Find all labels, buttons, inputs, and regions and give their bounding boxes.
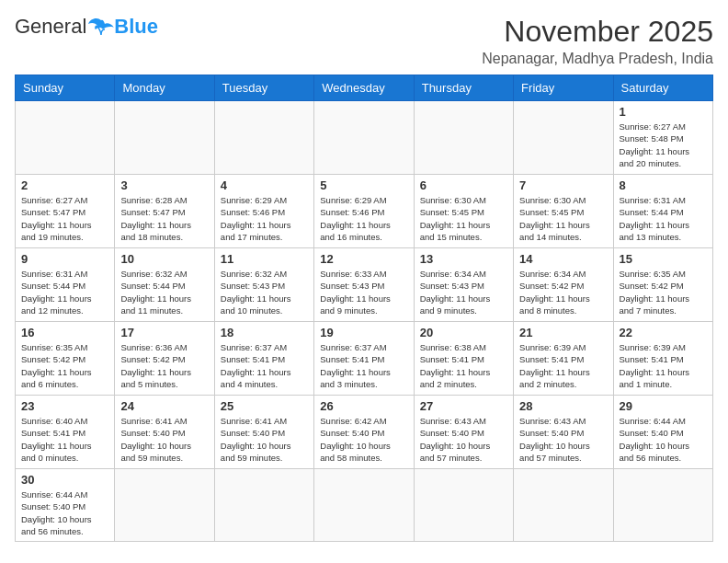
day-info: Sunrise: 6:31 AM Sunset: 5:44 PM Dayligh… bbox=[620, 194, 707, 243]
calendar-week-row: 16Sunrise: 6:35 AM Sunset: 5:42 PM Dayli… bbox=[16, 322, 713, 396]
calendar-cell bbox=[16, 101, 115, 175]
calendar-cell: 8Sunrise: 6:31 AM Sunset: 5:44 PM Daylig… bbox=[613, 175, 712, 248]
calendar-cell: 1Sunrise: 6:27 AM Sunset: 5:48 PM Daylig… bbox=[613, 101, 712, 175]
logo-blue-text: Blue bbox=[114, 15, 158, 39]
location-title: Nepanagar, Madhya Pradesh, India bbox=[482, 51, 713, 67]
day-info: Sunrise: 6:37 AM Sunset: 5:41 PM Dayligh… bbox=[221, 341, 308, 390]
calendar-cell: 7Sunrise: 6:30 AM Sunset: 5:45 PM Daylig… bbox=[514, 175, 613, 248]
calendar-cell: 2Sunrise: 6:27 AM Sunset: 5:47 PM Daylig… bbox=[16, 175, 115, 248]
calendar-cell: 6Sunrise: 6:30 AM Sunset: 5:45 PM Daylig… bbox=[414, 175, 513, 248]
day-info: Sunrise: 6:39 AM Sunset: 5:41 PM Dayligh… bbox=[620, 341, 707, 390]
calendar-cell bbox=[514, 469, 613, 542]
day-info: Sunrise: 6:38 AM Sunset: 5:41 PM Dayligh… bbox=[420, 341, 507, 390]
calendar-cell bbox=[514, 101, 613, 175]
day-info: Sunrise: 6:35 AM Sunset: 5:42 PM Dayligh… bbox=[21, 341, 108, 390]
day-info: Sunrise: 6:37 AM Sunset: 5:41 PM Dayligh… bbox=[320, 341, 407, 390]
day-number: 9 bbox=[21, 252, 108, 266]
day-number: 2 bbox=[21, 178, 108, 192]
calendar-cell: 27Sunrise: 6:43 AM Sunset: 5:40 PM Dayli… bbox=[414, 396, 513, 469]
logo-general-text: General bbox=[15, 15, 86, 39]
calendar-cell bbox=[314, 469, 414, 542]
day-info: Sunrise: 6:32 AM Sunset: 5:44 PM Dayligh… bbox=[120, 268, 208, 316]
day-number: 10 bbox=[120, 252, 208, 266]
day-number: 7 bbox=[519, 178, 607, 192]
calendar-cell bbox=[214, 101, 313, 175]
calendar-cell bbox=[613, 469, 712, 542]
day-info: Sunrise: 6:34 AM Sunset: 5:43 PM Dayligh… bbox=[420, 268, 507, 316]
logo-bird-icon bbox=[88, 17, 114, 37]
calendar-header-friday: Friday bbox=[514, 75, 613, 101]
day-info: Sunrise: 6:41 AM Sunset: 5:40 PM Dayligh… bbox=[221, 415, 308, 464]
calendar-header-thursday: Thursday bbox=[414, 75, 513, 101]
calendar-header-saturday: Saturday bbox=[613, 75, 712, 101]
day-number: 29 bbox=[620, 399, 707, 413]
day-info: Sunrise: 6:33 AM Sunset: 5:43 PM Dayligh… bbox=[320, 268, 407, 316]
calendar-week-row: 1Sunrise: 6:27 AM Sunset: 5:48 PM Daylig… bbox=[16, 101, 713, 175]
calendar-cell: 26Sunrise: 6:42 AM Sunset: 5:40 PM Dayli… bbox=[314, 396, 414, 469]
day-info: Sunrise: 6:35 AM Sunset: 5:42 PM Dayligh… bbox=[620, 268, 707, 316]
month-title: November 2025 bbox=[482, 15, 713, 49]
calendar-header-monday: Monday bbox=[115, 75, 214, 101]
calendar-cell: 22Sunrise: 6:39 AM Sunset: 5:41 PM Dayli… bbox=[613, 322, 712, 396]
calendar-cell bbox=[414, 101, 513, 175]
calendar-week-row: 9Sunrise: 6:31 AM Sunset: 5:44 PM Daylig… bbox=[16, 248, 713, 322]
calendar-week-row: 2Sunrise: 6:27 AM Sunset: 5:47 PM Daylig… bbox=[16, 175, 713, 248]
day-number: 17 bbox=[120, 326, 208, 339]
calendar-week-row: 30Sunrise: 6:44 AM Sunset: 5:40 PM Dayli… bbox=[16, 469, 713, 542]
calendar-cell: 17Sunrise: 6:36 AM Sunset: 5:42 PM Dayli… bbox=[115, 322, 214, 396]
day-number: 23 bbox=[21, 399, 108, 413]
calendar-cell: 30Sunrise: 6:44 AM Sunset: 5:40 PM Dayli… bbox=[16, 469, 115, 542]
calendar-cell: 3Sunrise: 6:28 AM Sunset: 5:47 PM Daylig… bbox=[115, 175, 214, 248]
day-info: Sunrise: 6:27 AM Sunset: 5:47 PM Dayligh… bbox=[21, 194, 108, 243]
calendar-cell: 19Sunrise: 6:37 AM Sunset: 5:41 PM Dayli… bbox=[314, 322, 414, 396]
day-info: Sunrise: 6:29 AM Sunset: 5:46 PM Dayligh… bbox=[221, 194, 308, 243]
calendar-cell bbox=[115, 101, 214, 175]
calendar-week-row: 23Sunrise: 6:40 AM Sunset: 5:41 PM Dayli… bbox=[16, 396, 713, 469]
calendar-cell: 16Sunrise: 6:35 AM Sunset: 5:42 PM Dayli… bbox=[16, 322, 115, 396]
calendar-cell bbox=[115, 469, 214, 542]
day-number: 12 bbox=[320, 252, 407, 266]
calendar-cell bbox=[414, 469, 513, 542]
logo: General Blue bbox=[15, 15, 158, 39]
day-info: Sunrise: 6:28 AM Sunset: 5:47 PM Dayligh… bbox=[120, 194, 208, 243]
calendar-cell: 21Sunrise: 6:39 AM Sunset: 5:41 PM Dayli… bbox=[514, 322, 613, 396]
day-number: 8 bbox=[620, 178, 707, 192]
day-number: 18 bbox=[221, 326, 308, 339]
day-info: Sunrise: 6:32 AM Sunset: 5:43 PM Dayligh… bbox=[221, 268, 308, 316]
title-section: November 2025 Nepanagar, Madhya Pradesh,… bbox=[482, 15, 713, 67]
calendar-cell bbox=[314, 101, 414, 175]
day-number: 15 bbox=[620, 252, 707, 266]
calendar-cell: 18Sunrise: 6:37 AM Sunset: 5:41 PM Dayli… bbox=[214, 322, 313, 396]
calendar-cell: 9Sunrise: 6:31 AM Sunset: 5:44 PM Daylig… bbox=[16, 248, 115, 322]
calendar-cell: 23Sunrise: 6:40 AM Sunset: 5:41 PM Dayli… bbox=[16, 396, 115, 469]
day-number: 25 bbox=[221, 399, 308, 413]
day-number: 21 bbox=[519, 326, 607, 339]
calendar-cell: 4Sunrise: 6:29 AM Sunset: 5:46 PM Daylig… bbox=[214, 175, 313, 248]
day-number: 3 bbox=[120, 178, 208, 192]
calendar-header-wednesday: Wednesday bbox=[314, 75, 414, 101]
day-info: Sunrise: 6:44 AM Sunset: 5:40 PM Dayligh… bbox=[620, 415, 707, 464]
day-number: 30 bbox=[21, 473, 108, 487]
day-number: 5 bbox=[320, 178, 407, 192]
day-info: Sunrise: 6:39 AM Sunset: 5:41 PM Dayligh… bbox=[519, 341, 607, 390]
day-number: 13 bbox=[420, 252, 507, 266]
calendar-table: SundayMondayTuesdayWednesdayThursdayFrid… bbox=[15, 75, 713, 542]
day-number: 14 bbox=[519, 252, 607, 266]
day-number: 19 bbox=[320, 326, 407, 339]
calendar-cell: 13Sunrise: 6:34 AM Sunset: 5:43 PM Dayli… bbox=[414, 248, 513, 322]
day-info: Sunrise: 6:40 AM Sunset: 5:41 PM Dayligh… bbox=[21, 415, 108, 464]
day-number: 1 bbox=[620, 105, 707, 119]
day-number: 11 bbox=[221, 252, 308, 266]
day-info: Sunrise: 6:36 AM Sunset: 5:42 PM Dayligh… bbox=[120, 341, 208, 390]
day-info: Sunrise: 6:31 AM Sunset: 5:44 PM Dayligh… bbox=[21, 268, 108, 316]
calendar-cell: 25Sunrise: 6:41 AM Sunset: 5:40 PM Dayli… bbox=[214, 396, 313, 469]
day-info: Sunrise: 6:34 AM Sunset: 5:42 PM Dayligh… bbox=[519, 268, 607, 316]
day-number: 4 bbox=[221, 178, 308, 192]
calendar-cell: 24Sunrise: 6:41 AM Sunset: 5:40 PM Dayli… bbox=[115, 396, 214, 469]
day-info: Sunrise: 6:44 AM Sunset: 5:40 PM Dayligh… bbox=[21, 488, 108, 537]
calendar-cell: 28Sunrise: 6:43 AM Sunset: 5:40 PM Dayli… bbox=[514, 396, 613, 469]
day-number: 22 bbox=[620, 326, 707, 339]
calendar-cell: 15Sunrise: 6:35 AM Sunset: 5:42 PM Dayli… bbox=[613, 248, 712, 322]
day-info: Sunrise: 6:42 AM Sunset: 5:40 PM Dayligh… bbox=[320, 415, 407, 464]
header: General Blue November 2025 Nepanagar, Ma… bbox=[15, 15, 713, 67]
